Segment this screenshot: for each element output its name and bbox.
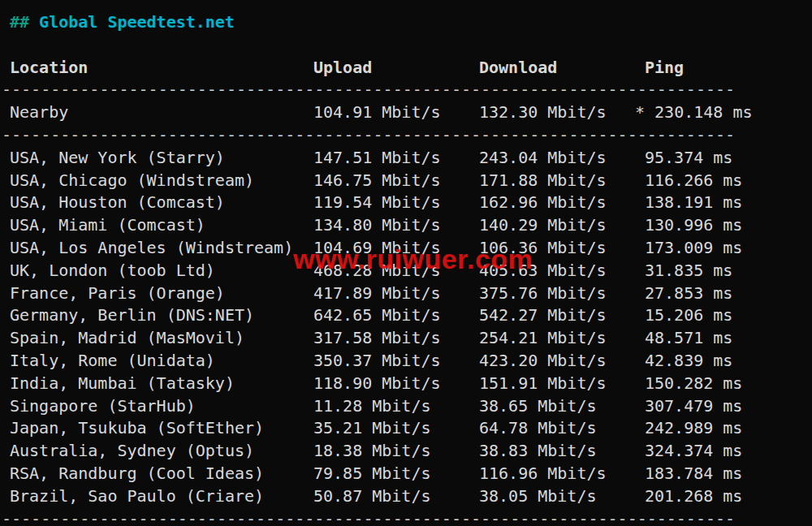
download-cell: 171.88 Mbit/s (479, 170, 645, 192)
ping-cell: 15.206 ms (645, 304, 810, 327)
upload-cell: 50.87 Mbit/s (313, 485, 479, 508)
table-row: USA, New York (Starry) 147.51 Mbit/s 243… (2, 147, 810, 170)
table-row: Italy, Rome (Unidata) 350.37 Mbit/s 423.… (2, 350, 810, 373)
table-row: Australia, Sydney (Optus) 18.38 Mbit/s 3… (2, 440, 810, 463)
upload-cell: 118.90 Mbit/s (313, 373, 479, 395)
location-cell: USA, Miami (Comcast) (2, 214, 313, 237)
download-cell: 116.96 Mbit/s (479, 463, 645, 485)
separator-line: ----------------------------------------… (2, 508, 810, 526)
ping-cell: * 230.148 ms (635, 101, 810, 124)
location-cell: France, Paris (Orange) (2, 282, 313, 305)
upload-cell: 642.65 Mbit/s (313, 304, 479, 327)
location-cell: USA, Los Angeles (Windstream) (2, 237, 313, 260)
download-cell: 151.91 Mbit/s (479, 373, 645, 395)
location-cell: Germany, Berlin (DNS:NET) (2, 304, 313, 327)
location-cell: Japan, Tsukuba (SoftEther) (2, 417, 313, 440)
table-row: USA, Chicago (Windstream) 146.75 Mbit/s … (2, 170, 810, 192)
download-cell: 254.21 Mbit/s (479, 327, 645, 350)
download-cell: 423.20 Mbit/s (479, 350, 645, 373)
location-cell: Nearby (2, 101, 313, 124)
column-header-upload: Upload (313, 57, 479, 80)
download-cell: 38.83 Mbit/s (479, 440, 645, 463)
ping-cell: 138.191 ms (645, 192, 810, 214)
ping-cell: 201.268 ms (645, 485, 810, 508)
upload-cell: 35.21 Mbit/s (313, 417, 479, 440)
download-cell: 542.27 Mbit/s (479, 304, 645, 327)
ping-cell: 31.835 ms (645, 260, 810, 282)
page-title: ##Global Speedtest.net (2, 11, 810, 34)
ping-cell: 307.479 ms (645, 395, 810, 418)
table-row-nearby: Nearby 104.91 Mbit/s 132.30 Mbit/s * 230… (2, 101, 810, 124)
watermark-text: www.ruiwuer.com (293, 243, 533, 275)
ping-cell: 95.374 ms (645, 147, 810, 170)
upload-cell: 134.80 Mbit/s (313, 214, 479, 237)
location-cell: UK, London (toob Ltd) (2, 260, 313, 282)
ping-cell: 242.989 ms (645, 417, 810, 440)
upload-cell: 11.28 Mbit/s (313, 395, 479, 418)
table-row: Spain, Madrid (MasMovil) 317.58 Mbit/s 2… (2, 327, 810, 350)
ping-cell: 183.784 ms (645, 463, 810, 485)
location-cell: India, Mumbai (Tatasky) (2, 373, 313, 395)
upload-cell: 79.85 Mbit/s (313, 463, 479, 485)
table-row: Japan, Tsukuba (SoftEther) 35.21 Mbit/s … (2, 417, 810, 440)
column-header-download: Download (479, 57, 645, 80)
download-cell: 243.04 Mbit/s (479, 147, 645, 170)
title-text: Global Speedtest.net (39, 12, 235, 32)
location-cell: Australia, Sydney (Optus) (2, 440, 313, 463)
location-cell: Singapore (StarHub) (2, 395, 313, 418)
upload-cell: 417.89 Mbit/s (313, 282, 479, 305)
ping-cell: 173.009 ms (645, 237, 810, 260)
upload-cell: 350.37 Mbit/s (313, 350, 479, 373)
download-cell: 140.29 Mbit/s (479, 214, 645, 237)
title-hash-prefix: ## (10, 12, 29, 32)
location-cell: USA, Houston (Comcast) (2, 192, 313, 214)
column-header-ping: Ping (645, 57, 810, 80)
download-cell: 132.30 Mbit/s (479, 101, 645, 124)
upload-cell: 104.91 Mbit/s (313, 101, 479, 124)
ping-cell: 324.374 ms (645, 440, 810, 463)
ping-cell: 27.853 ms (645, 282, 810, 305)
table-row: Brazil, Sao Paulo (Criare) 50.87 Mbit/s … (2, 485, 810, 508)
table-row: RSA, Randburg (Cool Ideas) 79.85 Mbit/s … (2, 463, 810, 485)
ping-cell: 130.996 ms (645, 214, 810, 237)
location-cell: Italy, Rome (Unidata) (2, 350, 313, 373)
column-header-location: Location (2, 57, 313, 80)
location-cell: USA, New York (Starry) (2, 147, 313, 170)
download-cell: 38.05 Mbit/s (479, 485, 645, 508)
upload-cell: 18.38 Mbit/s (313, 440, 479, 463)
download-cell: 64.78 Mbit/s (479, 417, 645, 440)
table-row: Singapore (StarHub) 11.28 Mbit/s 38.65 M… (2, 395, 810, 418)
table-row: USA, Miami (Comcast) 134.80 Mbit/s 140.2… (2, 214, 810, 237)
location-cell: Spain, Madrid (MasMovil) (2, 327, 313, 350)
table-row: Germany, Berlin (DNS:NET) 642.65 Mbit/s … (2, 304, 810, 327)
table-row: France, Paris (Orange) 417.89 Mbit/s 375… (2, 282, 810, 305)
location-cell: USA, Chicago (Windstream) (2, 170, 313, 192)
table-row: India, Mumbai (Tatasky) 118.90 Mbit/s 15… (2, 373, 810, 395)
ping-cell: 116.266 ms (645, 170, 810, 192)
upload-cell: 146.75 Mbit/s (313, 170, 479, 192)
ping-cell: 42.839 ms (645, 350, 810, 373)
separator-line: ----------------------------------------… (2, 124, 810, 147)
table-header-row: Location Upload Download Ping (2, 57, 810, 80)
download-cell: 162.96 Mbit/s (479, 192, 645, 214)
ping-cell: 48.571 ms (645, 327, 810, 350)
download-cell: 375.76 Mbit/s (479, 282, 645, 305)
download-cell: 38.65 Mbit/s (479, 395, 645, 418)
location-cell: RSA, Randburg (Cool Ideas) (2, 463, 313, 485)
upload-cell: 119.54 Mbit/s (313, 192, 479, 214)
location-cell: Brazil, Sao Paulo (Criare) (2, 485, 313, 508)
ping-cell: 150.282 ms (645, 373, 810, 395)
upload-cell: 317.58 Mbit/s (313, 327, 479, 350)
blank-line (2, 34, 810, 57)
table-row: USA, Houston (Comcast) 119.54 Mbit/s 162… (2, 192, 810, 214)
separator-line: ----------------------------------------… (2, 79, 810, 101)
upload-cell: 147.51 Mbit/s (313, 147, 479, 170)
